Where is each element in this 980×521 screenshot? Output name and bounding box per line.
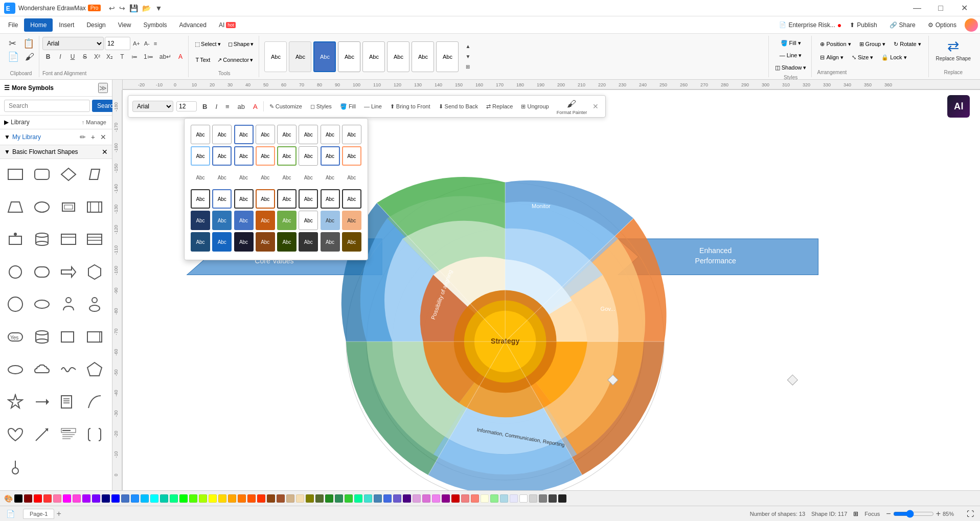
- color-swatch-black[interactable]: [14, 494, 22, 503]
- shape-person2[interactable]: [83, 293, 106, 315]
- styles-expand[interactable]: ⊞: [461, 62, 475, 72]
- float-replace[interactable]: ⇄ Replace: [484, 100, 515, 112]
- color-swatch-violet2[interactable]: [432, 494, 440, 503]
- sp-btn-1-6[interactable]: Abc: [299, 125, 318, 144]
- sp-btn-2-6[interactable]: Abc: [299, 146, 318, 166]
- style-item-6[interactable]: Abc: [412, 41, 434, 72]
- color-swatch-dodger[interactable]: [131, 494, 139, 503]
- more-button[interactable]: ▼: [153, 3, 164, 13]
- style-item-1[interactable]: Abc: [289, 41, 311, 72]
- color-swatch-darkolive[interactable]: [315, 494, 324, 503]
- shape-yes[interactable]: Yes: [4, 326, 27, 348]
- sp-btn-3-1[interactable]: Abc: [191, 168, 210, 187]
- shape-oval[interactable]: [4, 293, 27, 315]
- subscript-button[interactable]: X₂: [104, 51, 116, 62]
- shape-arrow-right[interactable]: [57, 261, 80, 283]
- shape-rectangle[interactable]: [4, 163, 27, 186]
- font-size-decrease[interactable]: A-: [143, 38, 151, 49]
- color-swatch-lightgray[interactable]: [529, 494, 537, 503]
- category-close-button[interactable]: ✕: [102, 148, 108, 156]
- page-icon-button[interactable]: 📄: [6, 510, 15, 518]
- sp-btn-2-7[interactable]: Abc: [321, 146, 340, 166]
- sp-btn-1-8[interactable]: Abc: [342, 125, 361, 144]
- menu-insert[interactable]: Insert: [53, 18, 80, 32]
- color-swatch-lightgreen[interactable]: [490, 494, 498, 503]
- style-item-7[interactable]: Abc: [436, 41, 459, 72]
- color-swatch-brown[interactable]: [267, 494, 275, 503]
- shape-text[interactable]: [57, 423, 80, 446]
- float-font-select[interactable]: Arial: [132, 101, 173, 112]
- color-swatch-medspringgreen[interactable]: [354, 494, 362, 503]
- float-styles[interactable]: ◻ Styles: [308, 100, 334, 112]
- color-swatch-red2[interactable]: [43, 494, 52, 503]
- sp-btn-3-8[interactable]: Abc: [342, 168, 361, 187]
- color-swatch-darkmagenta[interactable]: [442, 494, 450, 503]
- font-size-increase[interactable]: A+: [131, 38, 142, 49]
- text-style-t[interactable]: T: [117, 51, 128, 62]
- strikethrough-button[interactable]: S: [79, 51, 90, 62]
- color-swatch-green[interactable]: [179, 494, 188, 503]
- sp-btn-1-7[interactable]: Abc: [321, 125, 340, 144]
- color-swatch-lightblue[interactable]: [500, 494, 508, 503]
- style-item-0[interactable]: Abc: [264, 41, 287, 72]
- minimize-button[interactable]: —: [905, 0, 929, 16]
- shadow-button[interactable]: ◫ Shadow ▾: [772, 61, 810, 74]
- float-ab[interactable]: ab: [235, 100, 247, 112]
- sp-btn-4-7[interactable]: Abc: [321, 189, 340, 209]
- shape-circle[interactable]: [4, 261, 27, 283]
- sp-btn-3-5[interactable]: Abc: [277, 168, 297, 187]
- shape-inner-rect[interactable]: [57, 196, 80, 218]
- shape-person[interactable]: [57, 293, 80, 315]
- text-indent[interactable]: ab↵: [157, 51, 174, 62]
- style-item-5[interactable]: Abc: [387, 41, 409, 72]
- sp-btn-3-7[interactable]: Abc: [321, 168, 340, 187]
- color-swatch-gray[interactable]: [539, 494, 547, 503]
- options-button[interactable]: ⚙ Options: [924, 19, 961, 31]
- fullscreen-button[interactable]: ⛶: [967, 510, 974, 518]
- numbering-button[interactable]: 1≔: [141, 51, 156, 62]
- color-swatch-salmon[interactable]: [471, 494, 479, 503]
- styles-scroll-down[interactable]: ▼: [461, 52, 475, 62]
- sp-btn-5-4[interactable]: Abc: [256, 211, 275, 230]
- menu-view[interactable]: View: [112, 18, 138, 32]
- color-swatch-darkorange[interactable]: [238, 494, 246, 503]
- color-swatch-wheat[interactable]: [296, 494, 304, 503]
- my-lib-edit-button[interactable]: ✏: [78, 132, 87, 142]
- color-swatch-plum[interactable]: [413, 494, 421, 503]
- page-tab[interactable]: Page-1: [23, 509, 54, 519]
- float-bring-front[interactable]: ⬆ Bring to Front: [388, 100, 433, 112]
- group-button[interactable]: ⊞ Group▾: [856, 38, 889, 50]
- shape-rounded2[interactable]: [31, 261, 53, 283]
- sp-btn-2-4[interactable]: Abc: [256, 146, 275, 166]
- menu-design[interactable]: Design: [80, 18, 111, 32]
- sp-btn-2-1[interactable]: Abc: [191, 146, 210, 166]
- color-swatch-navy[interactable]: [102, 494, 110, 503]
- color-swatch-lightyellow[interactable]: [481, 494, 489, 503]
- sp-btn-4-8[interactable]: Abc: [342, 189, 361, 209]
- sp-btn-1-2[interactable]: Abc: [212, 125, 232, 144]
- style-item-4[interactable]: Abc: [362, 41, 385, 72]
- shapes-category[interactable]: ▼ Basic Flowchart Shapes ✕: [0, 145, 112, 159]
- color-swatch-charcoal[interactable]: [558, 494, 566, 503]
- paste-button[interactable]: 📄: [5, 50, 21, 63]
- sp-btn-6-5[interactable]: Abc: [277, 232, 297, 252]
- float-fill[interactable]: 🪣 Fill: [337, 100, 358, 112]
- sp-btn-5-8[interactable]: Abc: [342, 211, 361, 230]
- float-close[interactable]: ✕: [590, 100, 601, 112]
- sp-btn-6-4[interactable]: Abc: [256, 232, 275, 252]
- color-swatch-cyan[interactable]: [150, 494, 158, 503]
- shape-arrow2[interactable]: [31, 391, 53, 413]
- sp-btn-1-4[interactable]: Abc: [256, 125, 275, 144]
- publish-button[interactable]: ⬆ Publish: [846, 19, 881, 31]
- replace-shape-button[interactable]: ⇄ Replace Shape: [936, 38, 971, 62]
- sp-btn-5-2[interactable]: Abc: [212, 211, 232, 230]
- font-color-button[interactable]: A: [175, 51, 186, 62]
- sp-btn-6-8[interactable]: Abc: [342, 232, 361, 252]
- sp-btn-5-6[interactable]: Abc: [299, 211, 318, 230]
- canvas-area[interactable]: -20 -10 0 10 20 30 40 50 60 70 80 90 100…: [112, 80, 980, 490]
- shape-tag2[interactable]: [83, 326, 106, 348]
- color-swatch-lime[interactable]: [189, 494, 197, 503]
- color-swatch-blue[interactable]: [111, 494, 120, 503]
- color-swatch-yellowgreen[interactable]: [199, 494, 207, 503]
- sp-btn-1-1[interactable]: Abc: [191, 125, 210, 144]
